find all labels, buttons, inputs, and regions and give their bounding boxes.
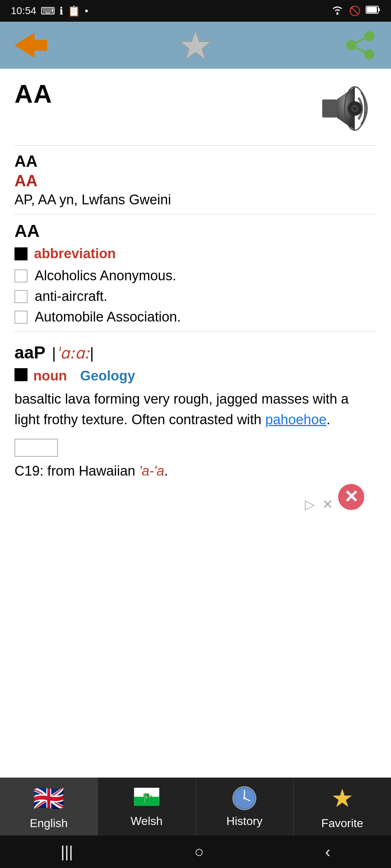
history-clock-icon <box>232 786 257 811</box>
svg-line-10 <box>351 45 369 54</box>
nav-item-favorite[interactable]: ★ Favorite <box>294 778 391 835</box>
abbreviation-block: AA abbreviation Alcoholics Anonymous. an… <box>14 221 377 325</box>
black-square-2 <box>14 368 28 381</box>
svg-marker-5 <box>180 31 211 60</box>
phonetic-symbol: ˈɑːɑː <box>56 345 90 362</box>
svg-rect-2 <box>378 8 380 11</box>
geology-label: Geology <box>80 368 135 384</box>
aap-word-row: aaP |ˈɑːɑː| <box>14 342 377 362</box>
entry-subtitle: AP, AA yn, Lwfans Gweini <box>14 192 377 208</box>
word-header: AA <box>14 80 377 139</box>
time-display: 10:54 <box>11 5 36 17</box>
aap-word: aaP <box>14 342 45 362</box>
black-square-icon <box>14 247 28 260</box>
etymology-highlight: 'a-'a <box>139 463 164 478</box>
wifi-icon <box>331 4 344 18</box>
ad-controls: ▷ ✕ <box>305 497 333 512</box>
ad-play-icon: ▷ <box>305 497 315 512</box>
favorite-nav-label: Favorite <box>321 817 363 830</box>
english-nav-label: English <box>30 817 68 830</box>
list-item: Alcoholics Anonymous. <box>14 268 377 284</box>
svg-marker-4 <box>14 33 47 58</box>
clipboard-icon: 📋 <box>68 5 80 17</box>
battery-icon <box>366 5 380 17</box>
pos-row: abbreviation <box>14 246 377 261</box>
phonetic-bracket-end: | <box>90 345 94 362</box>
share-button[interactable] <box>344 29 377 61</box>
svg-text:🐉: 🐉 <box>141 792 154 804</box>
history-nav-label: History <box>226 814 262 828</box>
checkbox-1[interactable] <box>14 269 28 282</box>
status-bar: 10:54 ⌨ ℹ 📋 • 🚫 <box>0 0 391 22</box>
def-text-2: anti-aircraft. <box>35 289 108 304</box>
info-icon: ℹ <box>59 5 63 17</box>
welsh-flag-icon: 🐉 <box>134 785 159 811</box>
etymology-prefix: C19: from Hawaiian <box>14 463 135 478</box>
speaker-button[interactable] <box>319 80 377 139</box>
phonetic-bracket: | <box>52 345 56 362</box>
nav-item-history[interactable]: History <box>196 778 294 835</box>
list-item: Automobile Association. <box>14 309 377 325</box>
back-button[interactable] <box>14 29 47 61</box>
status-left: 10:54 ⌨ ℹ 📋 • <box>11 5 88 17</box>
status-right: 🚫 <box>331 4 380 18</box>
def-text-1: Alcoholics Anonymous. <box>35 268 176 284</box>
noun-pos-row: noun Geology <box>14 368 377 384</box>
def-text-3: Automobile Association. <box>35 309 181 325</box>
definition-list: Alcoholics Anonymous. anti-aircraft. Aut… <box>14 268 377 325</box>
svg-point-0 <box>336 13 339 15</box>
aap-definition: basaltic lava forming very rough, jagged… <box>14 389 377 430</box>
etymology-text: C19: from Hawaiian 'a-'a. <box>14 463 377 479</box>
etymology-box <box>14 439 58 457</box>
no-sim-icon: 🚫 <box>349 5 361 17</box>
main-word-title: AA <box>14 80 52 109</box>
entry-word-red: AA <box>14 172 377 190</box>
pronunciation-block: AA AA AP, AA yn, Lwfans Gweini <box>14 152 377 208</box>
toolbar <box>0 22 391 69</box>
pos-label: abbreviation <box>34 246 116 261</box>
svg-point-16 <box>353 107 356 110</box>
ad-dismiss-icon[interactable]: ✕ <box>322 497 333 512</box>
keyboard-icon: ⌨ <box>41 5 55 17</box>
divider-1 <box>14 145 377 146</box>
checkbox-2[interactable] <box>14 290 28 303</box>
svg-point-25 <box>243 797 245 799</box>
entry-word-1: AA <box>14 152 377 170</box>
english-flag-icon: 🇬🇧 <box>33 783 64 813</box>
dot-indicator: • <box>85 5 88 17</box>
aap-phonetic: |ˈɑːɑː| <box>52 344 94 362</box>
favorite-star-icon: ★ <box>331 783 354 813</box>
abbreviation-header: AA <box>14 221 377 241</box>
svg-rect-11 <box>322 99 337 118</box>
bottom-nav: 🇬🇧 English 🐉 Welsh History ★ Favor <box>0 778 391 835</box>
welsh-nav-label: Welsh <box>131 814 163 828</box>
ad-area: ✕ ▷ ✕ <box>14 493 377 551</box>
noun-label: noun <box>33 368 67 384</box>
back-sys-button[interactable]: ‹ <box>325 843 331 861</box>
divider-3 <box>14 331 377 332</box>
close-icon: ✕ <box>344 488 358 506</box>
nav-item-english[interactable]: 🇬🇧 English <box>0 778 98 835</box>
nav-item-welsh[interactable]: 🐉 Welsh <box>98 778 196 835</box>
favorite-button[interactable] <box>179 29 212 61</box>
main-content: AA <box>0 69 391 756</box>
aap-entry: aaP |ˈɑːɑː| noun Geology basaltic lava f… <box>14 342 377 479</box>
pahoehoe-link[interactable]: pahoehoe <box>265 412 327 427</box>
svg-rect-3 <box>367 7 377 13</box>
checkbox-3[interactable] <box>14 311 28 324</box>
list-item: anti-aircraft. <box>14 289 377 304</box>
divider-2 <box>14 214 377 214</box>
home-button[interactable]: ○ <box>194 843 204 861</box>
ad-close-button[interactable]: ✕ <box>337 482 366 511</box>
svg-line-9 <box>351 36 369 45</box>
system-nav: ||| ○ ‹ <box>0 835 391 868</box>
recent-apps-button[interactable]: ||| <box>60 843 73 861</box>
